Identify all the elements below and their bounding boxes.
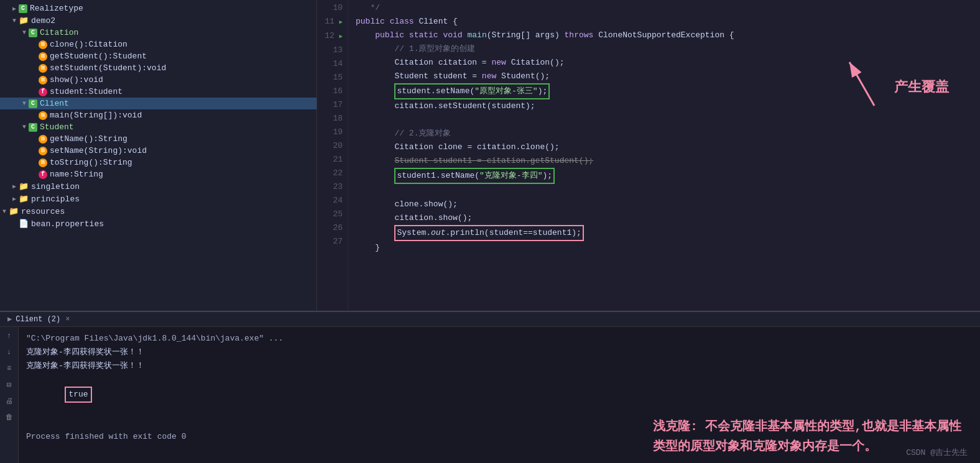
ln-19: 19 xyxy=(317,126,343,139)
output-line-2: 克隆对象-李四获得奖状一张！！ xyxy=(26,359,973,373)
tree-item-client[interactable]: C Client xyxy=(0,98,317,109)
output-line-1: 克隆对象-李四获得奖状一张！！ xyxy=(26,346,973,359)
shallow-clone-title: 浅克隆: 不会克隆非基本属性的类型,也就是非基本属性 xyxy=(653,417,961,437)
terminal-toolbar: ↑ ↓ ≡ ⊟ 🖨 🗑 xyxy=(0,327,19,463)
tree-item-setstudent[interactable]: m setStudent(Student):void xyxy=(0,62,317,74)
code-line-22: student1.setName("克隆对象-李四"); xyxy=(356,168,980,184)
ln-12: 12 ▶ xyxy=(317,29,343,44)
clear-button[interactable]: 🗑 xyxy=(4,411,15,423)
terminal-tab-name: Client (2) xyxy=(16,315,60,324)
tree-label: setName(String):void xyxy=(50,146,147,155)
code-line-21: Student student1 = citation.getStudent()… xyxy=(356,154,980,168)
tree-label: main(String[]):void xyxy=(50,111,142,120)
tree-label: principles xyxy=(31,195,80,204)
field-icon: f xyxy=(39,170,47,179)
arrow-icon xyxy=(10,5,19,12)
ln-27: 27 xyxy=(317,235,343,249)
tree-item-show[interactable]: m show():void xyxy=(0,74,317,86)
watermark: CSDN @吉士先生 xyxy=(906,447,968,458)
output-true-line: true xyxy=(26,373,973,416)
ln-18: 18 xyxy=(317,112,343,126)
tree-item-setname[interactable]: m setName(String):void xyxy=(0,145,317,157)
tree-item-citation[interactable]: C Citation xyxy=(0,27,317,39)
tree-label: show():void xyxy=(50,75,103,85)
tree-label: singletion xyxy=(31,182,80,191)
code-line-20: Citation clone = citation.clone(); xyxy=(356,140,980,154)
tree-item-tostring[interactable]: m toString():String xyxy=(0,157,317,168)
ln-21: 21 xyxy=(317,153,343,167)
tree-label: clone():Citation xyxy=(50,40,127,49)
tree-label: resources xyxy=(21,207,65,216)
code-line-16: student.setName("原型对象-张三"); xyxy=(356,83,980,99)
method-icon: m xyxy=(39,135,47,144)
code-line-12: public static void main(String[] args) t… xyxy=(356,29,980,42)
code-line-17: citation.setStudent(student); xyxy=(356,99,980,113)
terminal-tab-bar: ▶ Client (2) × xyxy=(0,312,980,327)
terminal-tab-icon: ▶ xyxy=(7,314,12,324)
filter-button[interactable]: ⊟ xyxy=(4,379,15,390)
tree-item-getstudent[interactable]: m getStudent():Student xyxy=(0,50,317,62)
tree-label: name:String xyxy=(50,170,103,179)
tree-label: bean.properties xyxy=(31,219,104,229)
tree-label: Realizetype xyxy=(30,4,83,13)
ln-10: 10 xyxy=(317,1,343,15)
class-icon: C xyxy=(19,4,27,13)
ln-17: 17 xyxy=(317,98,343,112)
ln-22: 22 xyxy=(317,167,343,180)
ln-20: 20 xyxy=(317,139,343,153)
terminal-section: ▶ Client (2) × ↑ ↓ ≡ ⊟ 🖨 🗑 "C:\Program F… xyxy=(0,311,980,463)
tree-item-name-field[interactable]: f name:String xyxy=(0,168,317,180)
code-line-26: System.out.println(student==student1); xyxy=(356,225,980,241)
class-icon: C xyxy=(29,99,37,108)
code-line-13: // 1.原型对象的创建 xyxy=(356,42,980,56)
tree-item-resources[interactable]: 📁 resources xyxy=(0,205,317,218)
class-icon: C xyxy=(29,123,37,132)
method-icon: m xyxy=(39,76,47,85)
arrow-icon xyxy=(20,124,29,131)
tree-label: Client xyxy=(40,99,69,108)
line-numbers: 10 11 ▶ 12 ▶ 13 14 15 16 17 18 19 20 21 … xyxy=(317,0,348,311)
tree-item-singletion[interactable]: 📁 singletion xyxy=(0,180,317,193)
output-path-line: "C:\Program Files\Java\jdk1.8.0_144\bin\… xyxy=(26,332,973,346)
ln-14: 14 xyxy=(317,57,343,71)
print-button[interactable]: 🖨 xyxy=(4,395,15,406)
tree-label: student:Student xyxy=(50,87,122,96)
tree-item-clone-citation[interactable]: m clone():Citation xyxy=(0,39,317,50)
terminal-output: "C:\Program Files\Java\jdk1.8.0_144\bin\… xyxy=(19,327,980,463)
tree-item-main[interactable]: m main(String[]):void xyxy=(0,109,317,121)
tree-item-student-field[interactable]: f student:Student xyxy=(0,86,317,98)
tree-item-bean-properties[interactable]: 📄 bean.properties xyxy=(0,218,317,230)
ln-26: 26 xyxy=(317,221,343,235)
code-line-14: Citation citation = new Citation(); xyxy=(356,56,980,70)
method-icon: m xyxy=(39,64,47,73)
wrap-button[interactable]: ≡ xyxy=(4,363,15,374)
tree-item-getname[interactable]: m getName():String xyxy=(0,133,317,145)
tree-item-demo2[interactable]: 📁 demo2 xyxy=(0,14,317,27)
arrow-icon xyxy=(20,29,29,36)
tree-item-student-class[interactable]: C Student xyxy=(0,121,317,133)
ln-23: 23 xyxy=(317,180,343,194)
ln-25: 25 xyxy=(317,208,343,221)
field-icon: f xyxy=(39,88,47,96)
tree-item-principles[interactable]: 📁 principles xyxy=(0,193,317,205)
tree-label: getStudent():Student xyxy=(50,52,147,61)
code-line-24: clone.show(); xyxy=(356,198,980,211)
scroll-up-button[interactable]: ↑ xyxy=(4,331,15,342)
terminal-tab-close[interactable]: × xyxy=(65,315,70,324)
tree-label: Citation xyxy=(40,28,78,37)
arrow-icon xyxy=(10,183,19,190)
method-icon: m xyxy=(39,111,47,120)
output-true-value: true xyxy=(65,387,91,403)
arrow-icon xyxy=(20,100,29,107)
code-line-25: citation.show(); xyxy=(356,211,980,225)
method-icon: m xyxy=(39,40,47,49)
ln-13: 13 xyxy=(317,44,343,57)
class-icon: C xyxy=(29,29,37,37)
tree-item-realizetype[interactable]: C Realizetype xyxy=(0,2,317,14)
code-area: */ public class Client { public static v… xyxy=(348,0,980,311)
scroll-down-button[interactable]: ↓ xyxy=(4,347,15,358)
method-icon: m xyxy=(39,158,47,167)
code-editor: 10 11 ▶ 12 ▶ 13 14 15 16 17 18 19 20 21 … xyxy=(317,0,980,311)
tree-label: getName():String xyxy=(50,134,127,144)
code-line-18 xyxy=(356,113,980,127)
